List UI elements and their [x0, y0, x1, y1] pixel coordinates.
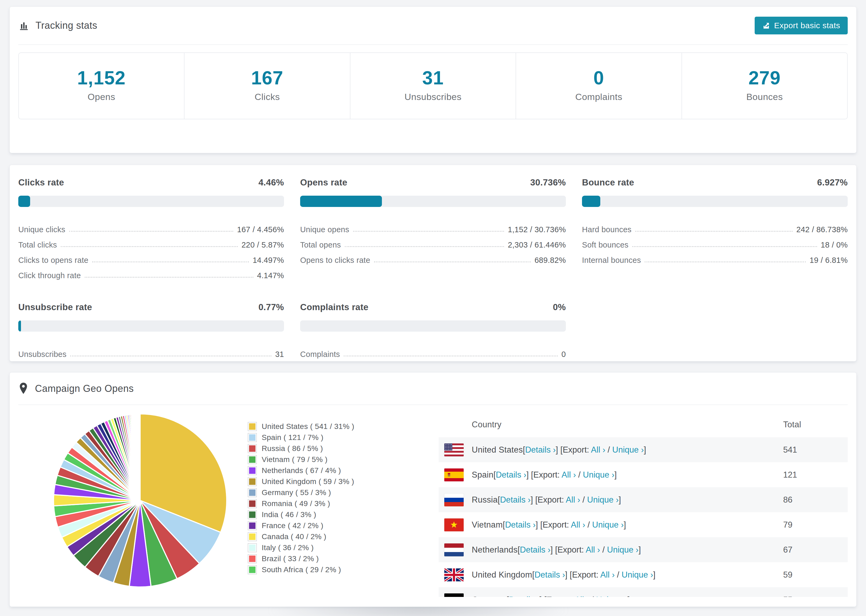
- rate-title: Complaints rate: [300, 302, 368, 312]
- stat-label: Complaints: [516, 92, 681, 102]
- details-link[interactable]: Details ›: [534, 570, 565, 580]
- export-all-link[interactable]: All ›: [600, 570, 614, 580]
- rate-progress-bar: [300, 321, 566, 332]
- export-basic-stats-button[interactable]: Export basic stats: [755, 17, 848, 35]
- slash-separator: /: [589, 595, 596, 597]
- rate-stat-value: 4.147%: [257, 271, 284, 280]
- export-unique-link[interactable]: Unique ›: [612, 445, 644, 454]
- stat-box-bounces: 279Bounces: [682, 53, 847, 119]
- close-bracket: ]: [536, 520, 540, 530]
- close-bracket: ]: [614, 470, 617, 479]
- export-all-link[interactable]: All ›: [571, 520, 585, 530]
- rate-stat-row-total-opens: Total opens2,303 / 61.446%: [300, 234, 566, 250]
- country-name: United States: [472, 445, 523, 455]
- rate-title: Bounce rate: [582, 178, 634, 188]
- dashboard-page: Tracking stats Export basic stats 1,152O…: [0, 0, 866, 616]
- rate-block-opens-rate: Opens rate30.736%Unique opens1,152 / 30.…: [300, 178, 566, 280]
- close-bracket: ]: [644, 445, 646, 454]
- rate-progress-bar: [300, 196, 566, 207]
- rate-value: 0%: [553, 302, 566, 312]
- tracking-stats-card: Tracking stats Export basic stats 1,152O…: [9, 6, 857, 153]
- stat-box-clicks: 167Clicks: [184, 53, 350, 119]
- legend-swatch: [248, 510, 257, 519]
- legend-label: France ( 42 / 2% ): [262, 522, 323, 530]
- rate-stat-label: Hard bounces: [582, 225, 631, 234]
- table-row-germany: Germany [Details ›] [Export: All › / Uni…: [439, 587, 848, 597]
- export-unique-link[interactable]: Unique ›: [596, 595, 627, 597]
- export-all-link[interactable]: All ›: [566, 495, 580, 504]
- details-link[interactable]: Details ›: [505, 520, 536, 530]
- details-link[interactable]: Details ›: [520, 545, 551, 555]
- rate-stat-row-complaints: Complaints0: [300, 344, 566, 359]
- export-prefix: [Export:: [561, 445, 591, 454]
- dotted-leader: [92, 261, 249, 262]
- stat-value: 0: [516, 69, 681, 87]
- legend-label: Brazil ( 33 / 2% ): [262, 555, 319, 563]
- export-unique-link[interactable]: Unique ›: [583, 470, 614, 479]
- export-unique-link[interactable]: Unique ›: [587, 495, 619, 504]
- details-link[interactable]: Details ›: [525, 445, 556, 454]
- table-row-russia: Russia [Details ›] [Export: All › / Uniq…: [439, 487, 848, 512]
- export-all-link[interactable]: All ›: [586, 545, 600, 555]
- geo-opens-card: Campaign Geo Opens United States ( 541 /…: [9, 372, 857, 607]
- geo-pie-legend: United States ( 541 / 31% )Spain ( 121 /…: [248, 421, 374, 575]
- rate-stat-label: Internal bounces: [582, 256, 641, 265]
- details-link[interactable]: Details ›: [496, 470, 526, 479]
- details-link[interactable]: Details ›: [509, 595, 540, 597]
- rate-stat-value: 1,152 / 30.736%: [508, 225, 566, 234]
- stat-value: 31: [350, 69, 516, 87]
- tracking-stats-header: Tracking stats Export basic stats: [18, 7, 848, 45]
- export-unique-link[interactable]: Unique ›: [622, 570, 653, 580]
- legend-swatch: [248, 565, 257, 574]
- rate-stat-value: 18 / 0%: [821, 240, 848, 250]
- close-bracket: ]: [619, 495, 621, 504]
- stat-box-unsubscribes: 31Unsubscribes: [350, 53, 516, 119]
- legend-swatch: [248, 532, 257, 541]
- dotted-leader: [632, 246, 817, 247]
- export-unique-link[interactable]: Unique ›: [607, 545, 638, 555]
- page-title: Tracking stats: [36, 20, 98, 31]
- country-name: Russia: [472, 495, 498, 505]
- country-column-header: Country: [439, 420, 783, 429]
- rates-grid: Clicks rate4.46%Unique clicks167 / 4.456…: [10, 165, 856, 369]
- country-total: 121: [783, 470, 848, 480]
- rate-stat-label: Clicks to opens rate: [18, 256, 88, 265]
- export-prefix: [Export:: [570, 570, 600, 580]
- rate-stat-row-click-through-rate: Click through rate4.147%: [18, 265, 284, 280]
- legend-swatch: [248, 422, 257, 431]
- legend-label: Spain ( 121 / 7% ): [262, 433, 324, 442]
- slash-separator: /: [600, 545, 607, 555]
- legend-swatch: [248, 488, 257, 497]
- row-links: [Details ›] [Export: All › / Unique ›]: [507, 595, 630, 597]
- dotted-leader: [345, 246, 504, 247]
- country-total: 67: [783, 545, 848, 555]
- flag-gb-icon: [444, 569, 464, 581]
- rate-stat-row-unique-opens: Unique opens1,152 / 30.736%: [300, 219, 566, 234]
- export-all-link[interactable]: All ›: [575, 595, 589, 597]
- rate-progress-bar: [582, 196, 848, 207]
- rate-stat-label: Unsubscribes: [18, 350, 66, 359]
- stat-value: 1,152: [19, 69, 184, 87]
- legend-swatch: [248, 477, 257, 486]
- slash-separator: /: [605, 445, 612, 454]
- legend-item-germany: Germany ( 55 / 3% ): [248, 487, 374, 498]
- dotted-leader: [61, 246, 238, 247]
- details-link[interactable]: Details ›: [500, 495, 531, 504]
- close-bracket: ]: [556, 445, 560, 454]
- export-all-link[interactable]: All ›: [562, 470, 576, 479]
- legend-swatch: [248, 554, 257, 563]
- export-unique-link[interactable]: Unique ›: [592, 520, 624, 530]
- legend-swatch: [248, 466, 257, 475]
- close-bracket: ]: [638, 545, 641, 555]
- geo-pie-chart: [51, 412, 229, 590]
- geo-opens-header: Campaign Geo Opens: [18, 372, 848, 405]
- open-bracket: [: [507, 595, 509, 597]
- dotted-leader: [69, 231, 233, 232]
- export-all-link[interactable]: All ›: [591, 445, 605, 454]
- row-links: [Details ›] [Export: All › / Unique ›]: [523, 445, 646, 455]
- close-bracket: ]: [565, 570, 570, 580]
- bar-chart-icon: [18, 20, 29, 31]
- rate-progress-fill: [582, 196, 600, 207]
- dotted-leader: [85, 277, 254, 278]
- open-bracket: [: [503, 520, 505, 530]
